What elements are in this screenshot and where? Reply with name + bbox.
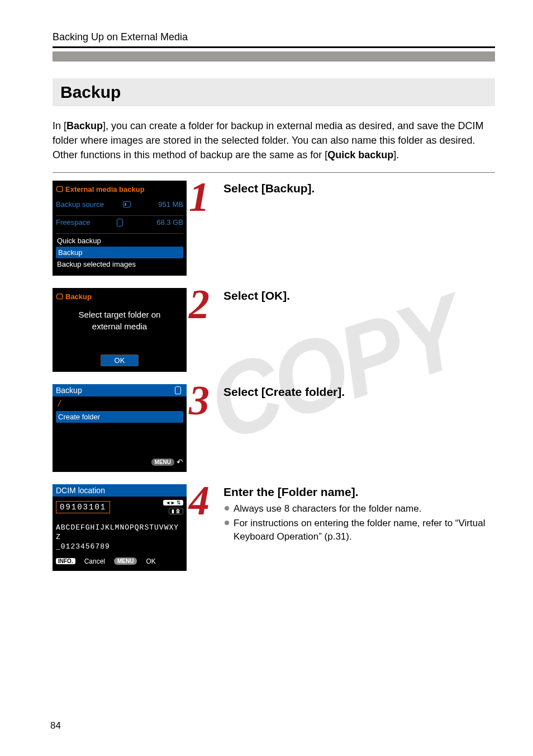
info-button-chip: INFO. [56, 558, 75, 564]
trash-icon: 🗑 [175, 508, 180, 514]
step-3-title: Select [Create folder]. [223, 385, 495, 399]
intro-paragraph: In [Backup], you can create a folder for… [53, 119, 495, 162]
menu-backup-selected[interactable]: Backup selected images [56, 258, 183, 270]
back-icon: ↶ [177, 457, 183, 466]
media-icon: 🖵 [56, 292, 63, 301]
bullet-2: For instructions on entering the folder … [223, 517, 495, 544]
dpad-icon: ◄►⇅ [163, 500, 183, 505]
ok-button[interactable]: OK [101, 355, 139, 366]
screenshot-2: 🖵Backup Select target folder on external… [53, 288, 187, 372]
divider [53, 172, 495, 173]
label-backup-source: Backup source [56, 200, 104, 209]
media-icon: 🖵 [56, 185, 63, 193]
step-number-2: 2 [189, 288, 218, 321]
menu-create-folder[interactable]: Create folder [56, 411, 183, 423]
screenshot-3: Backup / Create folder MENU ↶ [53, 384, 187, 472]
menu-quick-backup[interactable]: Quick backup [56, 235, 183, 247]
menu-backup[interactable]: Backup [56, 247, 183, 258]
menu-chip: MENU [114, 557, 137, 565]
step-2-title: Select [OK]. [223, 289, 495, 303]
ok-label[interactable]: OK [146, 557, 155, 565]
step-number-3: 3 [189, 384, 218, 417]
step-number-4: 4 [189, 484, 218, 517]
cf-card-icon [123, 201, 131, 207]
bullet-1: Always use 8 characters for the folder n… [223, 502, 495, 516]
drive-icon [175, 386, 181, 394]
path-root: / [56, 399, 183, 409]
header-gray-bar [53, 51, 495, 62]
screenshot-4: DCIM location 09103101 ◄►⇅ ▮🗑 ABCDEFGHIJ… [53, 484, 187, 571]
cursor-icon: ⇅ [177, 500, 181, 505]
value-freespace: 68.3 GB [152, 218, 183, 226]
step-4-bullets: Always use 8 characters for the folder n… [223, 502, 495, 543]
delete-icon: ▮🗑 [169, 508, 183, 514]
page-number: 84 [50, 720, 61, 731]
value-source-size: 951 MB [152, 200, 183, 209]
running-header: Backing Up on External Media [53, 31, 495, 43]
drive-icon [117, 219, 123, 226]
menu-chip: MENU [151, 459, 174, 466]
step-1-title: Select [Backup]. [223, 182, 495, 195]
header-rule [53, 46, 495, 48]
s3-heading: Backup [56, 386, 82, 395]
s4-heading: DCIM location [53, 484, 187, 497]
step-number-1: 1 [189, 181, 218, 214]
step-4-title: Enter the [Folder name]. [223, 485, 495, 499]
page-title: Backup [53, 78, 495, 106]
virtual-keyboard-chars[interactable]: ABCDEFGHIJKLMNOPQRSTUVWXYZ _0123456789 [56, 523, 183, 552]
dialog-text: Select target folder on external media [56, 309, 183, 332]
label-freespace: Freespace [56, 218, 90, 226]
screenshot-1: 🖵External media backup Backup source 951… [53, 181, 187, 276]
cancel-label[interactable]: Cancel [84, 557, 105, 565]
folder-name-field[interactable]: 09103101 [56, 501, 110, 513]
steps-container: 🖵External media backup Backup source 951… [53, 181, 495, 571]
